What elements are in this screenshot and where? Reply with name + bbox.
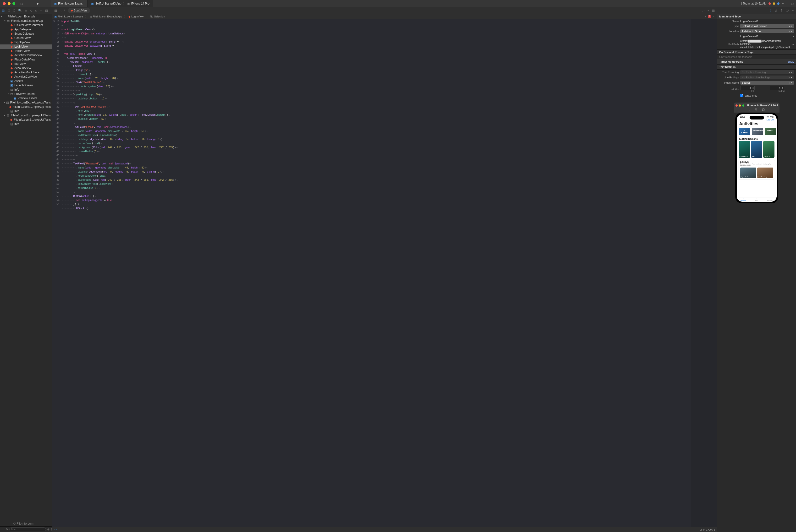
file-type-select[interactable]: Default - Swift Source▲▼ — [740, 24, 794, 28]
nav-item-uiscrollviewcontroller[interactable]: ◆UIScrollViewController — [0, 23, 52, 27]
line-endings-select[interactable]: No Explicit Line Endings▲▼ — [740, 76, 794, 79]
sim-chip[interactable]: ✓ SURFING — [739, 128, 750, 135]
nav-item-fileinfo-comex-leappapptests[interactable]: ▾▤FileInfo.comEx...leAppAppTests — [0, 100, 52, 105]
debug-area-toggle-icon[interactable]: ▭ — [54, 528, 57, 531]
history-inspector-icon[interactable]: ◷ — [775, 9, 777, 12]
filter-scope-icon[interactable]: ⧉ — [6, 528, 8, 531]
sim-tab[interactable]: ●Account — [763, 197, 776, 202]
minimap[interactable] — [691, 19, 717, 527]
choose-path-icon[interactable]: ▸ — [793, 35, 794, 38]
sim-region-card[interactable]: Costa Rica — [739, 141, 750, 158]
indent-using-select[interactable]: Spaces▲▼ — [740, 81, 794, 84]
zoom-window[interactable] — [13, 2, 15, 5]
sim-region-card[interactable]: Cape To — [763, 141, 775, 158]
navigator-filter-input[interactable] — [9, 528, 46, 531]
minimize-window[interactable] — [8, 2, 11, 5]
sim-logout-button[interactable]: Log Out — [766, 118, 774, 121]
debug-nav-icon[interactable]: ⎋ — [35, 9, 37, 12]
nav-item-assets[interactable]: ▣Assets — [0, 79, 52, 83]
nav-item-fileinfo-come-mpleapptests[interactable]: ◆FileInfo.comE...mpleAppTests — [0, 105, 52, 109]
source-control-nav-icon[interactable]: ◫ — [7, 9, 10, 12]
warning-indicator-icon[interactable] — [773, 2, 775, 5]
reveal-path-icon[interactable]: ➙ — [792, 42, 794, 46]
menu-icon[interactable]: ≡ — [792, 9, 794, 12]
sim-close[interactable] — [736, 104, 738, 107]
code-review-icon[interactable]: ⇄ — [702, 9, 705, 12]
nav-item-fileinfo-com-example[interactable]: ▾▣FileInfo.com Example — [0, 14, 52, 19]
sim-region-card[interactable]: Bali — [751, 141, 762, 158]
add-tab-icon[interactable]: ＋ — [781, 1, 784, 5]
sim-chip[interactable]: HIKING — [765, 128, 776, 135]
nav-item-appdelegate[interactable]: ◆AppDelegate — [0, 27, 52, 32]
sim-min[interactable] — [739, 104, 741, 107]
nav-item-scenedelegate[interactable]: ◆SceneDelegate — [0, 32, 52, 36]
nav-item-info[interactable]: ▤Info — [0, 122, 52, 126]
activity-indicator-icon[interactable] — [777, 2, 779, 5]
editor-tab[interactable]: ◆ LogInView — [68, 8, 90, 13]
jump-bar[interactable]: ▣FileInfo.com Example 〉▤FileInfo.comExam… — [52, 14, 717, 19]
sim-rotate-icon[interactable]: ▢ — [762, 108, 765, 111]
nav-item-fileinfo-comex-pleappuitests[interactable]: ▾▤FileInfo.comEx...pleAppUITests — [0, 113, 52, 118]
location-select[interactable]: Relative to Group▲▼ — [740, 30, 794, 33]
close-window[interactable] — [3, 2, 6, 5]
library-icon[interactable]: ▢ — [791, 2, 794, 5]
recent-filter-icon[interactable]: ◷ — [47, 528, 50, 531]
watermark: © FileInfo.com — [13, 522, 34, 525]
back-icon[interactable]: 〈 — [59, 8, 62, 13]
issue-nav-icon[interactable]: ⚠ — [25, 9, 27, 12]
sidebar-toggle-icon[interactable]: ▢ — [18, 2, 25, 5]
attributes-inspector-icon[interactable]: ⓘ — [786, 8, 789, 13]
error-badge-icon[interactable]: ! — [708, 15, 711, 18]
sim-screenshot-icon[interactable]: ⧉ — [755, 108, 757, 111]
next-issue-icon[interactable]: 〉 — [712, 15, 715, 18]
nav-item-activitiescartview[interactable]: ◆ActivitiesCartView — [0, 75, 52, 79]
code-content[interactable]: import SwiftUI¬ ¬ struct LogInView: View… — [61, 19, 691, 527]
symbol-nav-icon[interactable]: ⬡ — [13, 9, 15, 12]
tab-width-input[interactable]: 4▲▼ — [740, 86, 755, 90]
nav-item-fileinfo-comexampleapp[interactable]: ▾▤FileInfo.comExampleApp — [0, 19, 52, 23]
nav-item-preview-content[interactable]: ▾▤Preview Content — [0, 92, 52, 96]
test-nav-icon[interactable]: ◇ — [30, 9, 32, 12]
help-inspector-icon[interactable]: ? — [781, 9, 782, 12]
sim-home-icon[interactable]: ⌂ — [749, 108, 750, 111]
nav-item-preview-assets[interactable]: ▣Preview Assets — [0, 96, 52, 100]
error-indicator-icon[interactable] — [768, 2, 771, 5]
project-nav-icon[interactable]: ▤ — [2, 9, 4, 12]
text-encoding-select[interactable]: No Explicit Encoding▲▼ — [740, 70, 794, 74]
sim-life-card[interactable]: Yoga for Surfers — [740, 168, 756, 178]
nav-item-placedetailview[interactable]: ◆PlaceDetailView — [0, 57, 52, 62]
nav-item-activitiescontentview[interactable]: ◆ActivitiesContentView — [0, 53, 52, 57]
nav-item-activitiesmockstore[interactable]: ◆ActivitiesMockStore — [0, 70, 52, 75]
sim-zoom[interactable] — [742, 104, 744, 107]
destination-tab[interactable]: ▣ SwiftUIStarterKitApp 〉 ▣ iPhone 14 Pro — [88, 0, 153, 7]
nav-item-loginview[interactable]: ◆LogInView — [0, 44, 52, 49]
nav-item-fileinfo-come-leappuitests[interactable]: ◆FileInfo.comE...leAppUITests — [0, 118, 52, 122]
prev-issue-icon[interactable]: 〈 — [704, 15, 706, 18]
target-show-button[interactable]: Show — [788, 60, 794, 63]
sim-life-card[interactable]: Travel for a living — [757, 168, 773, 178]
forward-icon[interactable]: 〉 — [64, 8, 67, 13]
nav-item-accountview[interactable]: ◆AccountView — [0, 66, 52, 70]
nav-item-blurview[interactable]: ◆BlurView — [0, 62, 52, 66]
related-items-icon[interactable]: ▦ — [54, 9, 57, 12]
nav-item-tabbarview[interactable]: ◆TabBarView — [0, 49, 52, 53]
indent-width-input[interactable]: 4▲▼ — [770, 86, 784, 90]
breakpoint-nav-icon[interactable]: ▭ — [40, 9, 42, 12]
nav-item-contentview[interactable]: ◆ContentView — [0, 36, 52, 40]
nav-item-launchscreen[interactable]: ▣LaunchScreen — [0, 83, 52, 88]
run-button-icon[interactable]: ▶ — [34, 2, 41, 5]
sim-chip[interactable]: SNOWBOARD — [752, 128, 763, 135]
adjust-editor-icon[interactable]: ≡ — [707, 9, 709, 12]
report-nav-icon[interactable]: ▤ — [45, 9, 48, 12]
nav-item-info[interactable]: ▤Info — [0, 88, 52, 92]
nav-item-info[interactable]: ▤Info — [0, 109, 52, 113]
file-inspector-icon[interactable]: ▯ — [770, 9, 772, 12]
add-editor-icon[interactable]: ▥ — [712, 9, 715, 12]
add-target-icon[interactable]: ＋ — [1, 527, 4, 531]
nav-item-signupview[interactable]: ◆SignUpView — [0, 40, 52, 44]
sim-tab[interactable]: ●Cart — [750, 197, 763, 202]
scheme-tab[interactable]: ▣ FileInfo.com Exam... — [51, 0, 88, 7]
sim-tab[interactable]: ●Activities — [737, 197, 750, 202]
find-nav-icon[interactable]: 🔍 — [18, 9, 22, 12]
wrap-lines-checkbox[interactable] — [740, 94, 743, 97]
